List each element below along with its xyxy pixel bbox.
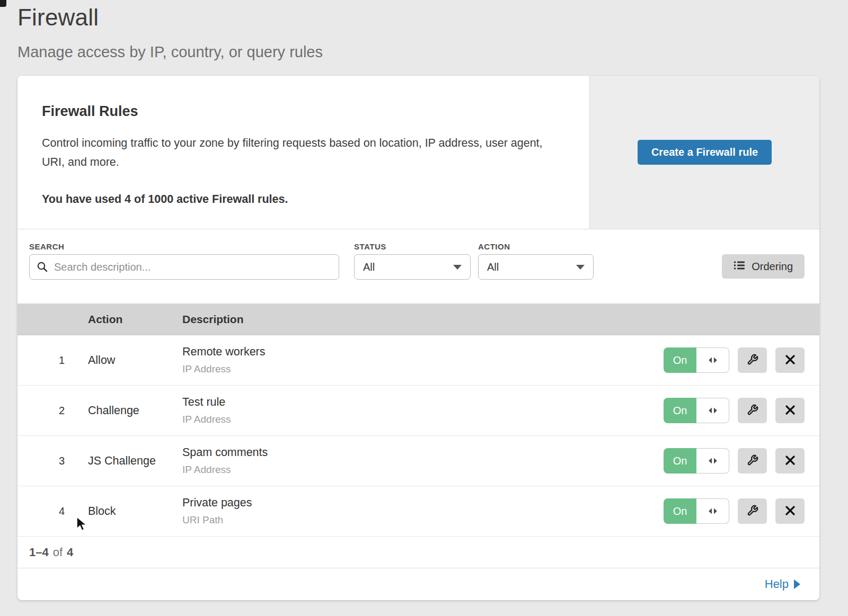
rule-match-type: URI Path	[182, 514, 663, 526]
toggle-on-label: On	[664, 498, 696, 524]
delete-rule-button[interactable]	[775, 448, 805, 474]
left-right-arrows-icon[interactable]	[696, 448, 729, 474]
action-column-header: Action	[88, 313, 182, 326]
rule-action: Block	[88, 505, 182, 518]
rules-table-body: 1 Allow Remote workers IP Address On	[17, 335, 819, 537]
rule-description-cell: Test rule IP Address	[182, 396, 663, 425]
delete-rule-button[interactable]	[775, 398, 805, 423]
rule-description-cell: Remote workers IP Address	[182, 345, 663, 375]
rule-number: 3	[17, 455, 88, 467]
rule-number: 4	[17, 505, 88, 517]
edit-rule-button[interactable]	[738, 498, 767, 524]
close-icon	[785, 506, 795, 517]
chevron-down-icon	[453, 265, 462, 270]
table-row: 1 Allow Remote workers IP Address On	[17, 335, 819, 386]
search-label: SEARCH	[29, 242, 64, 251]
intro-description: Control incoming traffic to your zone by…	[42, 133, 543, 172]
action-select-value: All	[487, 261, 499, 273]
rule-description: Remote workers	[182, 345, 663, 359]
help-link-label: Help	[765, 577, 789, 591]
page-title: Firewall	[17, 4, 323, 31]
create-firewall-rule-button[interactable]: Create a Firewall rule	[638, 140, 772, 165]
rule-action: JS Challenge	[88, 454, 182, 468]
window-corner-artifact	[0, 0, 6, 7]
chevron-down-icon	[576, 265, 585, 270]
page-header: Firewall Manage access by IP, country, o…	[17, 4, 323, 61]
rule-description-cell: Spam comments IP Address	[182, 446, 663, 476]
table-row: 4 Block Private pages URI Path On	[17, 486, 819, 537]
rule-controls: On	[663, 498, 819, 524]
rule-controls: On	[663, 448, 819, 474]
status-label: STATUS	[354, 242, 386, 251]
filters-section: SEARCH STATUS All ACTION All	[17, 229, 819, 303]
rule-number: 1	[17, 354, 88, 367]
close-icon	[785, 355, 795, 366]
toggle-on-label: On	[664, 448, 696, 474]
rule-enabled-toggle[interactable]: On	[664, 448, 729, 474]
rule-action: Allow	[88, 354, 182, 367]
rule-description: Test rule	[182, 396, 663, 409]
toggle-on-label: On	[664, 347, 696, 373]
edit-rule-button[interactable]	[738, 448, 767, 474]
delete-rule-button[interactable]	[775, 498, 805, 524]
help-bar: Help	[17, 568, 819, 600]
action-select[interactable]: All	[478, 254, 594, 280]
status-select[interactable]: All	[354, 254, 471, 280]
rule-description-cell: Private pages URI Path	[182, 496, 663, 526]
wrench-icon	[747, 404, 758, 417]
close-icon	[785, 405, 795, 416]
delete-rule-button[interactable]	[775, 347, 805, 373]
help-link[interactable]: Help	[765, 577, 800, 591]
ordering-button[interactable]: Ordering	[722, 254, 805, 279]
table-header-row: Action Description	[17, 303, 819, 335]
list-icon	[734, 260, 745, 273]
page-subtitle: Manage access by IP, country, or query r…	[17, 43, 323, 61]
toggle-on-label: On	[664, 398, 696, 423]
edit-rule-button[interactable]	[738, 347, 767, 373]
pagination-range: 1–4	[29, 546, 49, 559]
rule-enabled-toggle[interactable]: On	[664, 347, 729, 373]
rule-description: Spam comments	[182, 446, 663, 459]
rule-number: 2	[17, 405, 88, 417]
wrench-icon	[747, 454, 758, 468]
firewall-rules-card: Firewall Rules Control incoming traffic …	[17, 76, 819, 600]
rule-match-type: IP Address	[182, 464, 663, 476]
rule-description: Private pages	[182, 496, 663, 510]
table-row: 3 JS Challenge Spam comments IP Address …	[17, 436, 819, 486]
arrow-right-icon	[794, 579, 800, 589]
status-select-value: All	[363, 261, 375, 273]
edit-rule-button[interactable]	[738, 398, 767, 423]
pagination-separator: of	[53, 546, 63, 559]
create-rule-panel: Create a Firewall rule	[589, 76, 819, 229]
pagination-total: 4	[67, 546, 73, 559]
rule-match-type: IP Address	[182, 363, 663, 375]
left-right-arrows-icon[interactable]	[696, 347, 729, 373]
search-field-wrapper	[29, 254, 339, 280]
rule-controls: On	[663, 398, 819, 423]
intro-text-panel: Firewall Rules Control incoming traffic …	[17, 76, 589, 229]
intro-section: Firewall Rules Control incoming traffic …	[17, 76, 819, 229]
rule-enabled-toggle[interactable]: On	[664, 498, 729, 524]
usage-summary: You have used 4 of 1000 active Firewall …	[42, 193, 558, 206]
wrench-icon	[747, 505, 758, 518]
left-right-arrows-icon[interactable]	[696, 498, 729, 524]
close-icon	[785, 456, 795, 467]
pagination-bar: 1–4 of 4	[17, 537, 819, 568]
wrench-icon	[747, 354, 758, 367]
description-column-header: Description	[182, 313, 663, 326]
ordering-button-label: Ordering	[752, 261, 793, 273]
left-right-arrows-icon[interactable]	[696, 398, 729, 423]
rule-match-type: IP Address	[182, 414, 663, 425]
rule-controls: On	[663, 347, 819, 373]
search-input[interactable]	[29, 254, 339, 280]
rule-action: Challenge	[88, 404, 182, 417]
intro-heading: Firewall Rules	[42, 103, 558, 120]
action-label: ACTION	[478, 242, 510, 251]
table-row: 2 Challenge Test rule IP Address On	[17, 386, 819, 436]
rule-enabled-toggle[interactable]: On	[664, 398, 729, 423]
